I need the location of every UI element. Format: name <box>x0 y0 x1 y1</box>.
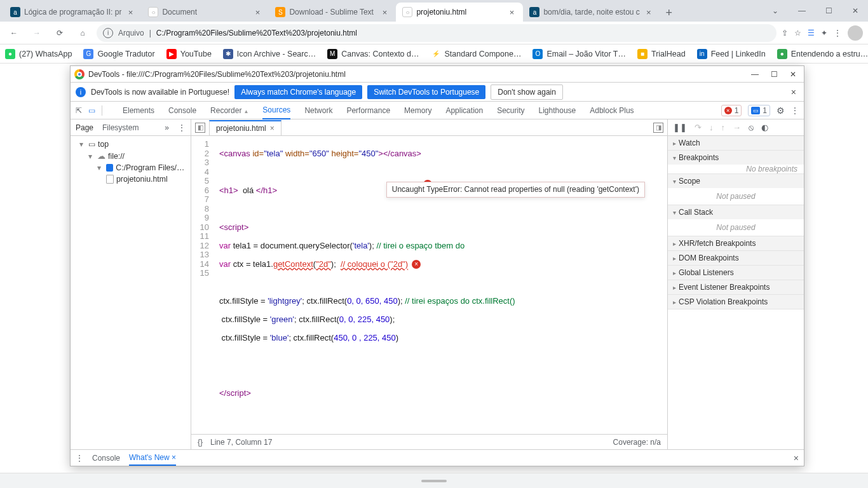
bookmark-item[interactable]: ▶YouTube <box>166 49 212 59</box>
tab-memory[interactable]: Memory <box>404 102 431 119</box>
tab-sources[interactable]: Sources <box>262 102 290 119</box>
tab-performance[interactable]: Performance <box>346 102 390 119</box>
close-icon[interactable]: × <box>125 7 135 17</box>
browser-tab[interactable]: ○Document× <box>142 3 269 22</box>
section-callstack[interactable]: Call StackNot paused <box>668 205 804 236</box>
bookmark-item[interactable]: ⚡Standard Compone… <box>431 49 522 59</box>
browser-tab[interactable]: aLógica de programação II: pr× <box>4 3 142 22</box>
tab-security[interactable]: Security <box>497 102 524 119</box>
device-icon[interactable]: ▭ <box>88 106 95 115</box>
bookmark-item[interactable]: GGoogle Tradutor <box>83 49 154 59</box>
dont-show-button[interactable]: Don't show again <box>491 85 563 100</box>
browser-tab[interactable]: SDownload - Sublime Text× <box>269 3 396 22</box>
nav-tab-page[interactable]: Page <box>76 123 93 132</box>
menu-icon[interactable]: ⋮ <box>834 29 841 37</box>
extensions-icon[interactable]: ✦ <box>821 29 827 37</box>
section-global-listeners[interactable]: Global Listeners <box>668 266 804 280</box>
format-icon[interactable]: {} <box>198 438 203 447</box>
chevron-down-icon[interactable]: ⌄ <box>766 6 784 15</box>
minimize-icon[interactable]: — <box>748 70 762 79</box>
maximize-icon[interactable]: ☐ <box>820 6 837 15</box>
nav-toggle-icon[interactable]: ◧ <box>195 123 205 133</box>
debugger-toggle-icon[interactable]: ◨ <box>653 123 663 133</box>
bookmark-item[interactable]: inFeed | LinkedIn <box>697 49 766 59</box>
tree-node-file[interactable]: projetoniu.html <box>73 173 188 185</box>
home-button[interactable]: ⌂ <box>74 24 92 42</box>
more-icon[interactable]: ⋮ <box>791 106 799 115</box>
section-dom-bp[interactable]: DOM Breakpoints <box>668 251 804 266</box>
message-count-badge[interactable]: ▭1 <box>748 105 770 116</box>
more-icon[interactable]: » <box>165 123 169 132</box>
maximize-icon[interactable]: ☐ <box>767 70 781 79</box>
section-scope[interactable]: ScopeNot paused <box>668 174 804 205</box>
pause-icon[interactable]: ❚❚ <box>673 123 687 132</box>
drawer-tab-whatsnew[interactable]: What's New × <box>129 451 176 466</box>
bookmark-item[interactable]: ●Entendendo a estru… <box>777 49 868 59</box>
close-icon[interactable]: × <box>506 7 517 17</box>
close-icon[interactable]: × <box>789 87 799 97</box>
deactivate-bp-icon[interactable]: ⦸ <box>749 123 754 133</box>
close-icon[interactable]: ✕ <box>786 70 800 79</box>
tab-console[interactable]: Console <box>168 102 196 119</box>
tree-node-top[interactable]: ▭top <box>73 139 188 150</box>
tab-elements[interactable]: Elements <box>123 102 154 119</box>
gear-icon[interactable]: ⚙ <box>776 105 785 116</box>
bottom-drag-handle[interactable] <box>0 473 868 488</box>
more-icon[interactable]: ⋮ <box>76 454 83 463</box>
close-icon[interactable]: × <box>644 7 654 17</box>
reload-button[interactable]: ⟳ <box>51 24 69 42</box>
tree-node-origin[interactable]: ☁file:// <box>73 150 188 162</box>
tab-recorder[interactable]: Recorder <box>210 102 248 119</box>
bookmark-item[interactable]: ■TrialHead <box>637 49 686 59</box>
section-xhr-bp[interactable]: XHR/fetch Breakpoints <box>668 236 804 251</box>
forward-button[interactable]: → <box>28 24 46 42</box>
close-icon[interactable]: × <box>172 453 176 462</box>
address-bar[interactable]: i Arquivo | C:/Program%20Files/Sublime%2… <box>97 24 776 42</box>
step-over-icon[interactable]: ↷ <box>695 123 702 132</box>
close-icon[interactable]: × <box>379 7 390 17</box>
close-icon[interactable]: × <box>252 7 262 17</box>
back-button[interactable]: ← <box>5 24 23 42</box>
browser-tab[interactable]: abom/dia, tarde, noite estou c× <box>523 3 660 22</box>
devtools-titlebar[interactable]: DevTools - file:///C:/Program%20Files/Su… <box>71 66 804 83</box>
section-breakpoints[interactable]: BreakpointsNo breakpoints <box>668 151 804 174</box>
error-icon[interactable]: × <box>412 260 421 269</box>
bookmark-item[interactable]: MCanvas: Contexto d… <box>327 49 419 59</box>
tab-network[interactable]: Network <box>304 102 332 119</box>
info-icon[interactable]: i <box>103 28 113 38</box>
drawer-tab-console[interactable]: Console <box>92 451 120 465</box>
bookmark-item[interactable]: ●(27) WhatsApp <box>5 49 72 59</box>
code-content[interactable]: <canvas id="tela" width="650" height="45… <box>214 136 667 434</box>
nav-tab-filesystem[interactable]: Filesystem <box>102 123 139 132</box>
section-watch[interactable]: Watch <box>668 136 804 151</box>
step-icon[interactable]: → <box>733 123 741 132</box>
close-icon[interactable]: × <box>270 124 275 133</box>
close-icon[interactable]: ✕ <box>846 6 864 15</box>
inspect-icon[interactable]: ⇱ <box>76 106 82 115</box>
close-icon[interactable]: × <box>794 453 799 463</box>
tab-lighthouse[interactable]: Lighthouse <box>539 102 576 119</box>
pause-exceptions-icon[interactable]: ◐ <box>761 123 768 132</box>
tab-application[interactable]: Application <box>445 102 483 119</box>
more-icon[interactable]: ⋮ <box>178 123 186 132</box>
bookmark-item[interactable]: ✱Icon Archive - Searc… <box>223 49 316 59</box>
translate-icon[interactable]: ☰ <box>808 29 815 37</box>
section-csp-bp[interactable]: CSP Violation Breakpoints <box>668 295 804 309</box>
tree-node-folder[interactable]: C:/Program Files/Sublime <box>73 162 188 173</box>
file-tab[interactable]: projetoniu.html× <box>209 120 281 135</box>
code-editor[interactable]: 123456789101112131415 <canvas id="tela" … <box>191 136 667 434</box>
tab-adblock[interactable]: Adblock Plus <box>590 102 634 119</box>
share-icon[interactable]: ⇪ <box>782 29 788 37</box>
switch-language-button[interactable]: Switch DevTools to Portuguese <box>367 85 485 99</box>
browser-tab-active[interactable]: ○projetoniu.html× <box>396 3 523 22</box>
section-event-bp[interactable]: Event Listener Breakpoints <box>668 280 804 295</box>
step-into-icon[interactable]: ↓ <box>709 123 714 132</box>
bookmark-item[interactable]: OEmail – João Vitor T… <box>532 49 626 59</box>
profile-avatar[interactable] <box>848 25 863 41</box>
step-out-icon[interactable]: ↑ <box>721 123 726 132</box>
new-tab-button[interactable]: + <box>660 4 678 22</box>
match-language-button[interactable]: Always match Chrome's language <box>234 85 362 99</box>
star-icon[interactable]: ☆ <box>794 29 801 37</box>
error-count-badge[interactable]: ×1 <box>721 105 742 116</box>
minimize-icon[interactable]: — <box>793 6 811 15</box>
